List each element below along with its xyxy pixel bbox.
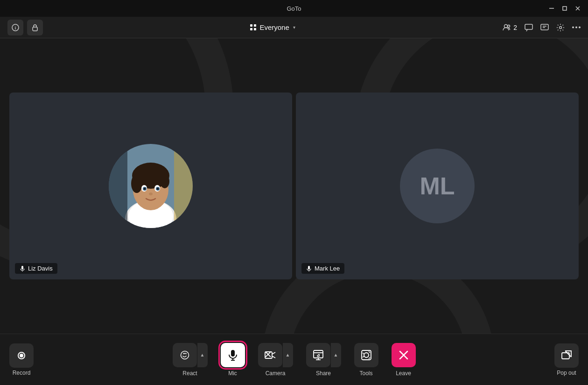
record-item: Record (9, 343, 34, 376)
svg-point-33 (149, 192, 153, 195)
participant-video-liz (109, 144, 193, 228)
person-photo-svg (109, 144, 193, 228)
mic-button[interactable] (221, 343, 245, 367)
liz-name-label: Liz Davis (28, 265, 53, 272)
close-button[interactable] (573, 4, 582, 13)
mic-label: Mic (228, 370, 237, 377)
maximize-button[interactable] (560, 4, 569, 13)
minimize-button[interactable] (547, 4, 556, 13)
svg-point-41 (20, 354, 23, 357)
svg-rect-34 (109, 144, 127, 228)
app-title: GoTo (287, 5, 301, 12)
svg-rect-35 (174, 144, 193, 228)
leave-button[interactable] (392, 343, 416, 367)
participant-name-liz: Liz Davis (15, 263, 57, 274)
svg-rect-10 (541, 24, 548, 30)
participants-button[interactable]: 2 (503, 24, 517, 31)
react-label: React (182, 370, 197, 377)
svg-rect-9 (525, 24, 532, 29)
tools-label: Tools (359, 370, 372, 377)
tools-btn-row (354, 343, 378, 367)
svg-rect-1 (563, 7, 567, 10)
svg-rect-36 (21, 266, 23, 270)
avatar-mark: ML (400, 149, 475, 223)
more-button[interactable] (572, 26, 581, 29)
svg-point-42 (181, 351, 189, 359)
grid-icon (250, 24, 257, 31)
svg-point-14 (572, 27, 574, 29)
react-button[interactable] (173, 343, 197, 367)
everyone-label: Everyone (259, 23, 289, 31)
camera-item: ▲ Camera (254, 343, 297, 377)
leave-item: Leave (388, 343, 420, 377)
share-chevron[interactable]: ▲ (331, 343, 341, 367)
svg-point-15 (575, 27, 577, 29)
video-tile-liz: Liz Davis (9, 93, 292, 279)
lock-button[interactable] (27, 20, 43, 36)
react-item: ▲ React (169, 343, 211, 377)
svg-line-64 (565, 351, 571, 357)
bottom-toolbar: Record ▲ React Mic (0, 334, 588, 385)
mic-icon-mark (306, 266, 312, 271)
share-btn-row: ▲ (306, 343, 341, 367)
leave-label: Leave (396, 370, 411, 377)
svg-point-8 (508, 25, 510, 27)
svg-rect-38 (308, 266, 310, 270)
mic-item: Mic (217, 343, 249, 377)
attendees-button[interactable] (540, 24, 549, 31)
center-toolbar-group: ▲ React Mic ▲ Camera (169, 343, 420, 377)
video-grid: Liz Davis ML Mark Lee (9, 93, 579, 279)
svg-point-16 (579, 27, 581, 29)
mic-btn-row (221, 343, 245, 367)
svg-line-48 (272, 356, 275, 358)
titlebar: GoTo (0, 0, 588, 17)
participants-count: 2 (513, 24, 517, 31)
mic-icon-liz (20, 266, 25, 271)
settings-button[interactable] (556, 23, 565, 32)
svg-rect-0 (549, 8, 554, 9)
video-tile-mark: ML Mark Lee (296, 93, 579, 279)
popout-label: Pop out (557, 370, 576, 376)
toolbar-left: i (7, 20, 43, 36)
share-button[interactable] (306, 343, 330, 367)
camera-button[interactable] (258, 343, 282, 367)
record-label: Record (13, 370, 31, 376)
popout-button[interactable] (554, 343, 579, 368)
leave-btn-row (392, 343, 416, 367)
window-controls (547, 4, 582, 13)
svg-point-26 (134, 170, 162, 185)
toolbar-right: 2 (503, 23, 581, 32)
camera-chevron[interactable]: ▲ (283, 343, 293, 367)
react-chevron[interactable]: ▲ (197, 343, 208, 367)
mark-name-label: Mark Lee (315, 265, 340, 272)
tools-button[interactable] (354, 343, 378, 367)
tools-item: Tools (350, 343, 382, 377)
info-button[interactable]: i (7, 20, 23, 36)
main-content: Liz Davis ML Mark Lee (0, 38, 588, 334)
participant-name-mark: Mark Lee (301, 263, 344, 274)
svg-point-31 (144, 188, 146, 190)
top-toolbar: i Everyone ▾ 2 (0, 17, 588, 38)
svg-point-13 (559, 26, 561, 29)
record-button[interactable] (9, 343, 34, 368)
popout-item: Pop out (554, 343, 579, 376)
chevron-down-icon: ▾ (293, 25, 295, 30)
camera-btn-row: ▲ (258, 343, 293, 367)
react-btn-row: ▲ (173, 343, 208, 367)
share-item: ▲ Share (302, 343, 345, 377)
svg-point-32 (157, 188, 159, 190)
svg-rect-6 (33, 27, 37, 31)
camera-label: Camera (266, 370, 286, 377)
avatar-initials-mark: ML (420, 172, 455, 200)
svg-text:i: i (15, 26, 16, 30)
svg-point-60 (364, 353, 369, 357)
share-label: Share (316, 370, 331, 377)
everyone-dropdown[interactable]: Everyone ▾ (250, 23, 295, 31)
chat-button[interactable] (525, 24, 533, 31)
svg-line-47 (272, 352, 275, 354)
svg-rect-43 (231, 350, 235, 356)
